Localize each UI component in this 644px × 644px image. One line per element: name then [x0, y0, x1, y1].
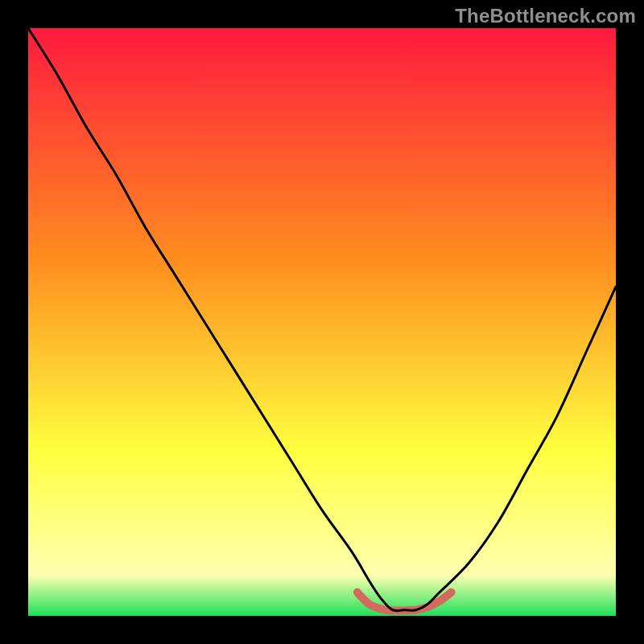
plot-area — [28, 28, 616, 616]
chart-frame: TheBottleneck.com — [0, 0, 644, 644]
watermark-text: TheBottleneck.com — [455, 5, 636, 27]
gradient-background — [28, 28, 616, 616]
chart-canvas — [28, 28, 616, 616]
